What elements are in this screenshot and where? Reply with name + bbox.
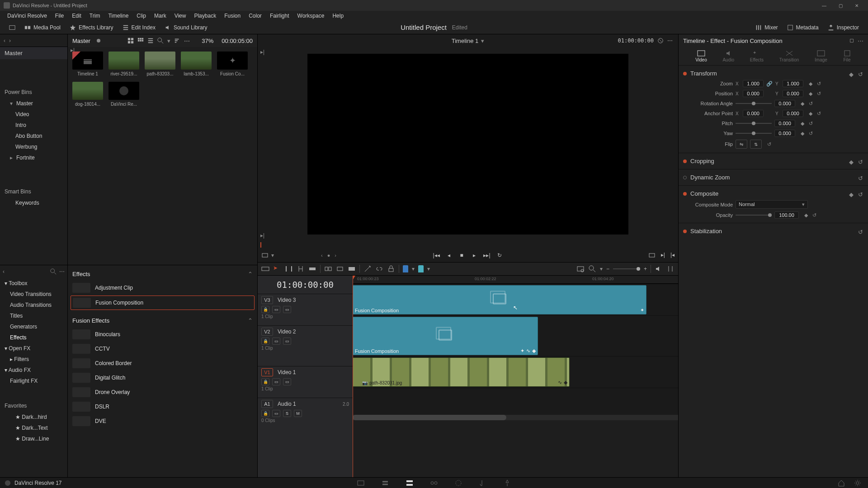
reset-icon[interactable]: ↺ — [858, 229, 863, 234]
flip-h-button[interactable]: ⇋ — [736, 140, 747, 149]
opacity-slider[interactable] — [736, 215, 772, 216]
favorite-item[interactable]: ★ Dark...Text — [0, 422, 67, 433]
rotation-input[interactable]: 0.000 — [774, 100, 795, 107]
expand-button[interactable] — [5, 23, 20, 33]
disable-track-icon[interactable]: ▭ — [283, 338, 291, 345]
effect-item[interactable]: DVE — [71, 414, 255, 428]
track-header-a1[interactable]: A1Audio 12.0 🔒▭SM 0 Clips — [258, 398, 353, 425]
lock-track-icon[interactable]: 🔒 — [261, 410, 269, 417]
menu-item[interactable]: Timeline — [104, 12, 132, 20]
last-frame-button[interactable]: ▸▸| — [482, 250, 492, 260]
toolbox-generators[interactable]: Generators — [0, 321, 67, 332]
cut-page-icon[interactable] — [381, 479, 389, 487]
yaw-input[interactable]: 0.000 — [774, 130, 795, 137]
loop-button[interactable]: ↻ — [495, 250, 505, 260]
composite-header[interactable]: Composite — [690, 190, 718, 197]
yaw-slider[interactable] — [736, 133, 772, 134]
zoom-percent[interactable]: 37% — [202, 38, 213, 44]
media-thumb[interactable]: dog-18014... — [72, 82, 103, 107]
stabilization-header[interactable]: Stabilization — [690, 228, 722, 235]
pitch-input[interactable]: 0.000 — [774, 120, 795, 127]
pos-x-input[interactable]: 0.000 — [743, 90, 764, 97]
effect-item[interactable]: Adjustment Clip — [71, 281, 255, 295]
disable-track-icon[interactable]: ▭ — [283, 378, 291, 385]
expand-inspector-icon[interactable] — [849, 38, 855, 44]
mute-button[interactable]: M — [294, 410, 302, 417]
sort-icon[interactable] — [174, 38, 180, 44]
dynamic-zoom-header[interactable]: Dynamic Zoom — [690, 174, 730, 181]
reset-icon[interactable]: ↺ — [858, 71, 863, 76]
zoom-to-fit-icon[interactable] — [588, 265, 596, 273]
tab-effects[interactable]: ✦Effects — [750, 50, 764, 62]
viewer-mode-icon[interactable] — [261, 252, 269, 259]
blade-edit-icon[interactable] — [363, 265, 372, 273]
anchor-x-input[interactable]: 0.000 — [743, 110, 764, 117]
enable-dot[interactable] — [683, 192, 687, 196]
keyframe-icon[interactable]: ◆ — [849, 191, 854, 197]
step-forward-icon[interactable]: ▸| — [260, 49, 268, 56]
menu-item[interactable]: Fusion — [221, 12, 244, 20]
reset-icon[interactable]: ↺ — [858, 191, 863, 197]
prev-frame-button[interactable]: ◂ — [444, 250, 454, 260]
timeline-tracks[interactable]: 01:00:00:23 01:00:02:22 01:00:04:20 Fusi… — [353, 276, 678, 477]
track-a1[interactable] — [353, 388, 678, 415]
replace-icon[interactable] — [348, 265, 356, 273]
media-thumb[interactable]: path-83203... — [145, 52, 175, 76]
bin-abo[interactable]: Abo Button — [0, 131, 67, 141]
collapse-icon[interactable]: › — [9, 38, 14, 44]
bin-werbung[interactable]: Werbung — [0, 141, 67, 152]
keyframe-icon[interactable]: ◆ — [801, 101, 806, 106]
viewer-scrubber[interactable] — [258, 241, 678, 249]
zoom-out-icon[interactable]: − — [606, 266, 609, 272]
toolbox-effects[interactable]: Effects — [0, 332, 67, 343]
track-header-v2[interactable]: V2Video 2 🔒▭▭ 1 Clip — [258, 325, 353, 366]
insert-icon[interactable] — [324, 265, 332, 273]
track-header-v3[interactable]: V3Video 3 🔒▭▭ 1 Clip — [258, 294, 353, 325]
menu-item[interactable]: Playback — [190, 12, 220, 20]
tab-image[interactable]: Image — [815, 50, 827, 62]
link-icon[interactable] — [375, 265, 383, 273]
stop-button[interactable]: ■ — [457, 250, 467, 260]
master-bin[interactable]: Master — [0, 47, 67, 59]
reset-icon[interactable]: ↺ — [817, 111, 822, 116]
reset-icon[interactable]: ↺ — [858, 175, 863, 180]
anchor-y-input[interactable]: 0.000 — [783, 110, 803, 117]
enable-dot[interactable] — [683, 230, 687, 233]
breadcrumb[interactable]: Master — [72, 38, 90, 44]
clip-video-v1[interactable]: 📷path-832031.jpg ∿◆ — [353, 357, 570, 387]
reset-icon[interactable]: ↺ — [809, 101, 814, 106]
keyframe-icon[interactable]: ◆ — [801, 121, 806, 126]
toolbox-video-transitions[interactable]: Video Transitions — [0, 289, 67, 300]
openfx-header[interactable]: ▾ Open FX — [0, 343, 67, 354]
trim-tool[interactable] — [285, 265, 293, 273]
timeline-view-icon[interactable] — [261, 265, 269, 273]
lock-track-icon[interactable]: 🔒 — [261, 378, 269, 385]
media-thumb[interactable]: lamb-1353... — [181, 52, 212, 76]
menu-item[interactable]: File — [52, 12, 67, 20]
keyframe-icon[interactable]: ◆ — [849, 159, 854, 164]
menu-item[interactable]: Fairlight — [266, 12, 293, 20]
home-icon[interactable] — [837, 479, 845, 487]
first-frame-button[interactable]: |◂◂ — [431, 250, 441, 260]
track-v2[interactable]: Fusion Composition ✦∿◆ — [353, 315, 678, 356]
blade-tool[interactable] — [308, 265, 316, 273]
composite-mode-dropdown[interactable]: Normal▾ — [736, 200, 808, 209]
keyframe-icon[interactable]: ◆ — [849, 71, 854, 76]
metadata-toggle[interactable]: Metadata — [783, 23, 823, 33]
track-header-v1[interactable]: V1Video 1 🔒▭▭ 1 Clip — [258, 366, 353, 398]
lock-track-icon[interactable]: 🔒 — [261, 338, 269, 345]
marker-dot[interactable]: ● — [327, 253, 330, 258]
media-thumb[interactable]: river-29519... — [108, 52, 139, 76]
effect-item[interactable]: Drone Overlay — [71, 385, 255, 399]
clip-fusion-v3[interactable]: Fusion Composition ✦ ↖ — [353, 285, 646, 314]
close-button[interactable]: ✕ — [849, 1, 864, 10]
effects-library-toggle[interactable]: Effects Library — [65, 23, 118, 33]
effect-item[interactable]: CCTV — [71, 342, 255, 356]
link-icon[interactable]: 🔗 — [766, 81, 773, 87]
favorite-item[interactable]: ★ Draw...Line — [0, 433, 67, 444]
disable-track-icon[interactable]: ▭ — [283, 306, 291, 313]
in-point-icon[interactable]: ▸| — [661, 252, 665, 259]
tab-video[interactable]: Video — [695, 50, 707, 62]
media-thumb[interactable]: DaVinci Re... — [108, 82, 139, 107]
flip-v-button[interactable]: ⇅ — [750, 140, 762, 149]
